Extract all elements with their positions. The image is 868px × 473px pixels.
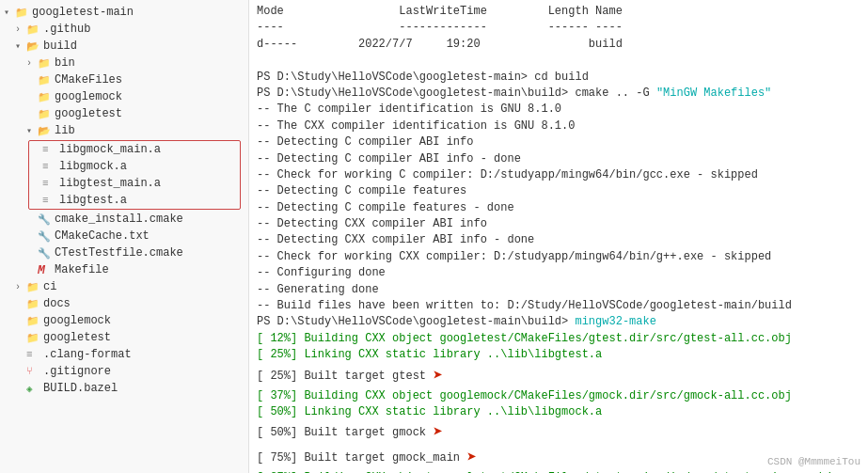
sidebar-item-googlemock-build[interactable]: 📁 googlemock	[0, 88, 248, 105]
terminal-line: -- Detecting C compiler ABI info	[257, 134, 860, 150]
sidebar-item-makefile[interactable]: M Makefile	[0, 261, 248, 278]
terminal-line: -- Detecting C compiler ABI info - done	[257, 151, 860, 167]
terminal-line: -- Detecting CXX compiler ABI info	[257, 216, 860, 232]
terminal-line: [ 87%] Building CXX object googletest/CM…	[257, 470, 860, 473]
sidebar-item-googlemock-root[interactable]: 📁 googlemock	[0, 312, 248, 329]
sidebar-item-label: CTestTestfile.cmake	[55, 246, 183, 260]
sidebar-item-googletest-root[interactable]: 📁 googletest	[0, 329, 248, 346]
terminal-line: -- Detecting CXX compiler ABI info - don…	[257, 232, 860, 248]
terminal-line: -- Generating done	[257, 282, 860, 298]
sidebar-item-libgtest-main[interactable]: ≡ libgtest_main.a	[29, 175, 240, 192]
sidebar-item-libgtest[interactable]: ≡ libgtest.a	[29, 192, 240, 209]
terminal-line: -- Check for working CXX compiler: D:/st…	[257, 249, 860, 265]
expand-arrow: ▾	[4, 7, 15, 18]
sidebar-item-googletest-build[interactable]: 📁 googletest	[0, 105, 248, 122]
folder-icon: 📁	[38, 57, 53, 70]
file-icon: ≡	[42, 178, 57, 189]
terminal-line: [ 50%] Linking CXX static library ..\lib…	[257, 404, 860, 420]
sidebar-item-github[interactable]: › 📁 .github	[0, 21, 248, 38]
sidebar-item-label: libgmock.a	[59, 160, 127, 173]
sidebar-item-clang-format[interactable]: ≡ .clang-format	[0, 346, 248, 363]
terminal-line: [ 37%] Building CXX object googlemock/CM…	[257, 388, 860, 404]
terminal-output: Mode LastWriteTime Length Name ---- ----…	[249, 0, 868, 473]
file-explorer: ▾ 📁 googletest-main › 📁 .github ▾ 📂 buil…	[0, 0, 249, 473]
terminal-line: d----- 2022/7/7 19:20 build	[257, 37, 860, 53]
folder-icon: 📁	[26, 332, 41, 344]
terminal-line: -- Detecting C compile features	[257, 183, 860, 199]
sidebar-item-label: cmake_install.cmake	[55, 213, 183, 226]
watermark: CSDN @MmmmeiTou	[767, 456, 860, 467]
expand-arrow: ›	[15, 24, 26, 35]
sidebar-item-ci[interactable]: › 📁 ci	[0, 278, 248, 295]
sidebar-item-ctest[interactable]: 🔧 CTestTestfile.cmake	[0, 244, 248, 261]
lib-files-group: ≡ libgmock_main.a ≡ libgmock.a ≡ libgtes…	[28, 140, 241, 210]
folder-icon: 📁	[38, 108, 53, 120]
sidebar-item-label: bin	[55, 56, 75, 70]
folder-icon: 📁	[15, 7, 30, 19]
sidebar-item-cmake-cache[interactable]: 🔧 CMakeCache.txt	[0, 228, 248, 244]
sidebar-item-label: ci	[43, 280, 56, 293]
sidebar-item-label: googlemock	[55, 90, 122, 103]
expand-arrow: ▾	[15, 40, 26, 52]
git-icon: ⑂	[26, 366, 41, 377]
folder-icon: 📁	[26, 24, 41, 36]
sidebar-item-label: libgtest_main.a	[59, 177, 161, 190]
cmake-icon: 🔧	[38, 247, 53, 260]
file-icon: ≡	[42, 161, 57, 172]
sidebar-item-label: googletest	[55, 107, 122, 120]
folder-icon: 📁	[26, 281, 41, 293]
sidebar-item-build[interactable]: ▾ 📂 build	[0, 38, 248, 55]
sidebar-item-libgmock-main[interactable]: ≡ libgmock_main.a	[29, 141, 240, 158]
bazel-icon: ◈	[26, 383, 41, 395]
sidebar-item-label: .gitignore	[43, 365, 111, 378]
cmake-icon: 🔧	[38, 213, 53, 226]
file-icon: ≡	[26, 349, 41, 360]
sidebar-item-build-bazel[interactable]: ◈ BUILD.bazel	[0, 380, 248, 397]
sidebar-item-label: .clang-format	[43, 348, 132, 361]
file-icon: ≡	[42, 195, 57, 206]
sidebar-item-label: libgtest.a	[59, 194, 127, 207]
terminal-line: -- Configuring done	[257, 265, 860, 281]
terminal-line: [ 25%] Linking CXX static library ..\lib…	[257, 347, 860, 363]
cmake-icon: 🔧	[38, 230, 53, 243]
sidebar-item-label: CMakeFiles	[55, 73, 122, 87]
sidebar-item-label: docs	[43, 297, 71, 310]
sidebar-item-root[interactable]: ▾ 📁 googletest-main	[0, 4, 248, 21]
sidebar-item-cmake-install[interactable]: 🔧 cmake_install.cmake	[0, 211, 248, 228]
sidebar-item-label: BUILD.bazel	[43, 382, 118, 395]
folder-icon: 📂	[26, 40, 41, 53]
terminal-line: Mode LastWriteTime Length Name	[257, 4, 860, 20]
file-icon: ≡	[42, 144, 57, 155]
sidebar-item-cmakefiles[interactable]: 📁 CMakeFiles	[0, 71, 248, 88]
terminal-line: -- Check for working C compiler: D:/stud…	[257, 167, 860, 183]
terminal-line: [ 25%] Built target gtest ➤	[257, 364, 860, 388]
sidebar-item-label: googletest-main	[32, 6, 134, 19]
sidebar-item-libgmock[interactable]: ≡ libgmock.a	[29, 158, 240, 175]
terminal-line: -- Build files have been written to: D:/…	[257, 298, 860, 314]
makefile-icon: M	[38, 263, 53, 277]
terminal-line: -- The C compiler identification is GNU …	[257, 102, 860, 118]
sidebar-item-label: googlemock	[43, 314, 111, 327]
folder-icon: 📁	[38, 74, 53, 87]
sidebar-item-lib[interactable]: ▾ 📂 lib	[0, 122, 248, 139]
sidebar-item-gitignore[interactable]: ⑂ .gitignore	[0, 363, 248, 380]
terminal-line: ---- ------------- ------ ----	[257, 20, 860, 36]
sidebar-item-bin[interactable]: › 📁 bin	[0, 55, 248, 71]
sidebar-item-docs[interactable]: 📁 docs	[0, 295, 248, 312]
terminal-line: PS D:\Study\HelloVSCode\googletest-main\…	[257, 314, 860, 330]
sidebar-item-label: libgmock_main.a	[59, 143, 161, 156]
terminal-line: -- Detecting C compile features - done	[257, 200, 860, 216]
terminal-line: PS D:\Study\HelloVSCode\googletest-main\…	[257, 86, 860, 102]
sidebar-item-label: googletest	[43, 331, 111, 344]
terminal-line: [ 12%] Building CXX object googletest/CM…	[257, 331, 860, 347]
folder-icon: 📁	[26, 315, 41, 327]
expand-arrow: ▾	[26, 125, 38, 136]
sidebar-item-label: .github	[43, 23, 90, 36]
sidebar-item-label: lib	[55, 124, 75, 137]
sidebar-item-label: CMakeCache.txt	[55, 229, 150, 243]
folder-icon: 📁	[38, 91, 53, 103]
terminal-line: -- The CXX compiler identification is GN…	[257, 118, 860, 134]
sidebar-item-label: build	[43, 39, 77, 53]
terminal-line	[257, 53, 860, 69]
folder-icon: 📁	[26, 298, 41, 310]
